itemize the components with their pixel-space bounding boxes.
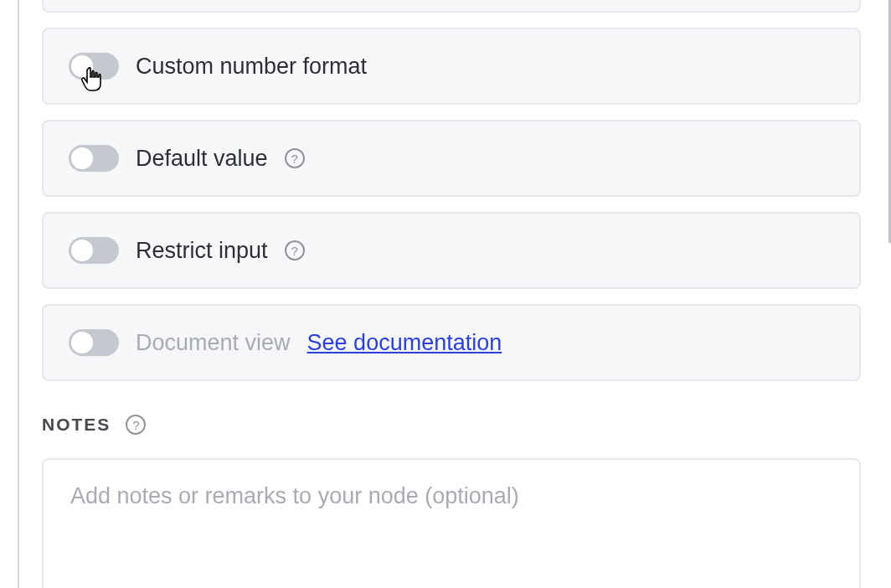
toggle-knob (71, 55, 93, 77)
see-documentation-link[interactable]: See documentation (307, 330, 502, 356)
toggle-knob (71, 332, 93, 353)
toggle-document-view[interactable] (69, 329, 119, 356)
help-icon[interactable]: ? (285, 240, 305, 260)
option-label: Document view (136, 330, 291, 356)
notes-textarea[interactable] (42, 458, 861, 588)
option-restrict-input: Restrict input ? (42, 212, 861, 289)
option-label: Default value (136, 146, 268, 172)
option-custom-number-format: Custom number format (42, 28, 861, 105)
option-default-value: Default value ? (42, 120, 861, 197)
toggle-knob (71, 240, 93, 261)
toggle-default-value[interactable] (69, 145, 119, 172)
option-label: Restrict input (136, 238, 268, 264)
toggle-restrict-input[interactable] (69, 237, 119, 264)
help-icon[interactable]: ? (285, 148, 305, 168)
toggle-knob (71, 147, 93, 169)
option-document-view: Document view See documentation (42, 304, 861, 381)
previous-option-row-stub (42, 0, 861, 13)
settings-panel: Custom number format Default value ? Res… (18, 0, 891, 588)
help-icon[interactable]: ? (126, 415, 146, 435)
notes-heading: NOTES (42, 415, 111, 435)
toggle-custom-number-format[interactable] (69, 53, 119, 80)
option-label: Custom number format (136, 54, 367, 80)
notes-section-header: NOTES ? (42, 415, 861, 435)
